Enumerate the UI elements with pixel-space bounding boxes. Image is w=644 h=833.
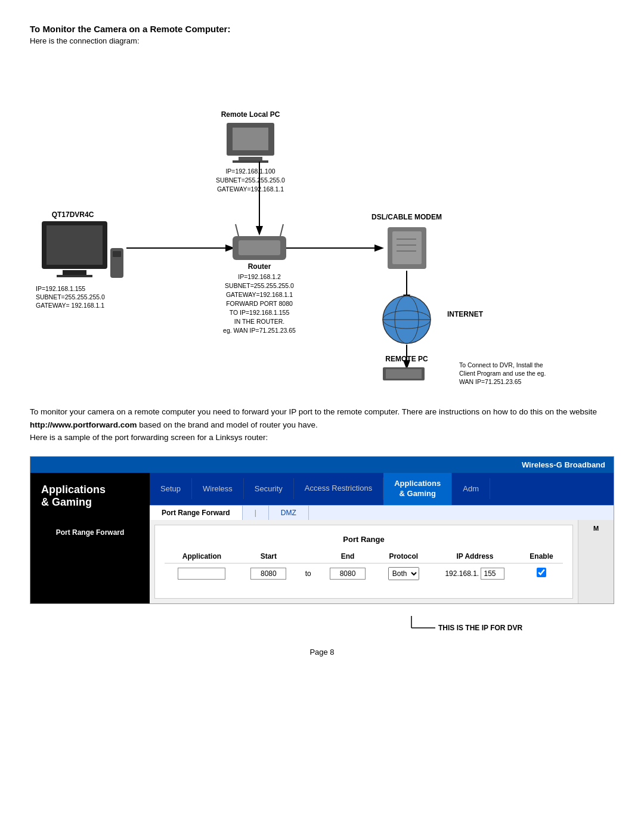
svg-text:Client Program and use the eg.: Client Program and use the eg. <box>459 370 546 377</box>
svg-rect-33 <box>392 231 422 264</box>
col-end-spacer <box>298 550 318 563</box>
svg-text:GATEWAY= 192.168.1.1: GATEWAY= 192.168.1.1 <box>36 302 104 309</box>
annotation-text: THIS IS THE IP FOR DVR <box>438 624 522 632</box>
svg-text:IP=192.168.1.2: IP=192.168.1.2 <box>238 273 281 280</box>
svg-text:FORWARD PORT 8080: FORWARD PORT 8080 <box>226 300 293 307</box>
brand-name: Wireless-G Broadband <box>522 460 605 469</box>
nav-sub-row: Port Range Forward | DMZ <box>150 505 614 520</box>
right-col-label: M <box>593 525 599 532</box>
svg-text:IN THE ROUTER.: IN THE ROUTER. <box>234 318 284 325</box>
svg-line-21 <box>280 224 283 236</box>
tab-wireless[interactable]: Wireless <box>192 478 244 499</box>
svg-text:SUBNET=255.255.255.0: SUBNET=255.255.255.0 <box>216 176 285 184</box>
col-protocol: Protocol <box>377 550 429 563</box>
router-sidebar: Port Range Forward <box>30 520 150 603</box>
start-port-input[interactable] <box>250 568 286 580</box>
col-end: End <box>318 550 377 563</box>
body-para3: Here is a sample of the port forwarding … <box>30 433 268 442</box>
svg-text:INTERNET: INTERNET <box>447 310 484 318</box>
table-row: to Both TCP UDP 192.168.1. <box>165 563 563 584</box>
tab-app-gaming[interactable]: Applications& Gaming <box>383 473 452 505</box>
nav-top-row: Setup Wireless Security Access Restricti… <box>150 473 614 505</box>
end-port-input[interactable] <box>330 568 366 580</box>
col-start: Start <box>239 550 298 563</box>
port-table: Application Start End Protocol IP Addres… <box>165 550 563 584</box>
svg-text:IP=192.168.1.100: IP=192.168.1.100 <box>225 168 275 175</box>
router-main: Port Range Application Start End Protoco… <box>154 525 573 599</box>
svg-text:GATEWAY=192.168.1.1: GATEWAY=192.168.1.1 <box>217 185 284 193</box>
svg-text:QT17DVR4C: QT17DVR4C <box>52 210 94 219</box>
svg-text:SUBNET=255.255.255.0: SUBNET=255.255.255.0 <box>225 282 294 289</box>
protocol-select[interactable]: Both TCP UDP <box>388 567 419 580</box>
ip-prefix: 192.168.1. <box>445 569 479 578</box>
svg-line-20 <box>236 224 239 236</box>
svg-rect-10 <box>63 270 86 275</box>
ip-last-input[interactable] <box>481 568 504 580</box>
tab-security[interactable]: Security <box>244 478 294 499</box>
svg-text:REMOTE PC: REMOTE PC <box>385 355 428 363</box>
body-para2: based on the brand and model of router y… <box>137 420 318 429</box>
page-title: To Monitor the Camera on a Remote Comput… <box>30 24 614 34</box>
svg-text:eg. WAN IP=71.251.23.65: eg. WAN IP=71.251.23.65 <box>223 327 296 334</box>
svg-text:IP=192.168.1.155: IP=192.168.1.155 <box>36 285 85 292</box>
sub-tab-port-forward[interactable]: Port Range Forward <box>150 506 243 520</box>
svg-rect-1 <box>233 128 268 150</box>
page-number: Page 8 <box>30 648 614 657</box>
port-range-title: Port Range <box>165 535 563 544</box>
sidebar-label: Port Range Forward <box>56 528 125 537</box>
svg-rect-2 <box>239 157 262 160</box>
svg-rect-11 <box>57 275 92 277</box>
to-label: to <box>305 569 311 578</box>
body-link: http://www.portforward.com <box>30 420 137 429</box>
annotation-area: THIS IS THE IP FOR DVR <box>30 616 614 642</box>
tab-setup[interactable]: Setup <box>150 478 192 499</box>
subtitle: Here is the connection diagram: <box>30 36 614 45</box>
annotation-svg: THIS IS THE IP FOR DVR <box>376 616 555 640</box>
tab-admin[interactable]: Adm <box>452 478 490 499</box>
sub-tab-dmz-label[interactable]: DMZ <box>269 506 309 520</box>
remote-local-pc-label: Remote Local PC <box>221 110 280 119</box>
body-text: To monitor your camera on a remote compu… <box>30 405 614 444</box>
svg-text:To Connect to DVR, Install the: To Connect to DVR, Install the <box>459 361 543 368</box>
svg-rect-3 <box>233 160 268 163</box>
router-content: Port Range Forward Port Range Applicatio… <box>30 520 614 603</box>
body-para1: To monitor your camera on a remote compu… <box>30 407 597 416</box>
router-right-col: M <box>578 520 614 603</box>
router-nav: Applications& Gaming Setup Wireless Secu… <box>30 473 614 520</box>
col-enable: Enable <box>520 550 563 563</box>
svg-rect-13 <box>113 251 121 257</box>
svg-text:Router: Router <box>248 262 271 271</box>
svg-text:TO IP=192.168.1.155: TO IP=192.168.1.155 <box>230 309 290 316</box>
svg-text:SUBNET=255.255.255.0: SUBNET=255.255.255.0 <box>36 293 105 301</box>
col-ip: IP Address <box>430 550 520 563</box>
svg-rect-19 <box>239 240 280 255</box>
app-input[interactable] <box>178 568 225 580</box>
router-header-bar: Wireless-G Broadband <box>30 457 614 473</box>
sub-tab-dmz[interactable]: | <box>243 506 269 520</box>
svg-text:GATEWAY=192.168.1.1: GATEWAY=192.168.1.1 <box>226 291 293 298</box>
router-ui: Wireless-G Broadband Applications& Gamin… <box>30 456 614 604</box>
svg-rect-9 <box>47 225 103 265</box>
app-gaming-label: Applications& Gaming <box>41 484 106 509</box>
svg-text:WAN IP=71.251.23.65: WAN IP=71.251.23.65 <box>459 378 522 385</box>
svg-rect-46 <box>386 369 422 379</box>
network-diagram: Remote Local PC IP=192.168.1.100 SUBNET=… <box>30 57 614 391</box>
svg-text:DSL/CABLE MODEM: DSL/CABLE MODEM <box>371 213 442 221</box>
tab-access-restrictions[interactable]: Access Restrictions <box>294 478 383 500</box>
col-application: Application <box>165 550 239 563</box>
router-brand: Applications& Gaming <box>30 473 150 520</box>
nav-tabs: Setup Wireless Security Access Restricti… <box>150 473 614 520</box>
enable-checkbox[interactable] <box>537 568 546 577</box>
